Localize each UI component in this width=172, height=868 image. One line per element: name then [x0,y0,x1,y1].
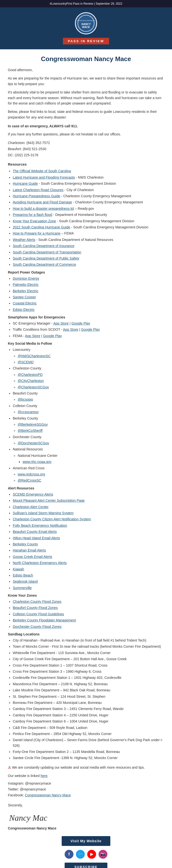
social-nwscharlestonsc[interactable]: @NWSCharlestonSC [18,354,51,358]
resource-link-road-closures[interactable]: Latest Charleston Road Closures [13,188,63,192]
resource-link-sc-insurance[interactable]: South Carolina Department of Insurance [13,244,75,248]
list-item: Colleton County @ccsocareso [13,403,164,415]
zone-dorchester[interactable]: Dorchester County Flood Zones [13,625,61,628]
redcross-link[interactable]: www.redcross.org [18,472,45,476]
power-palmetto[interactable]: Palmetto Electric [13,283,38,286]
list-item: @SCEMD [18,360,164,365]
alert-summerville[interactable]: Summerville [13,586,32,590]
resource-link-hurricane-forecasts[interactable]: Latest Hurricane and Flooding Forecasts [13,176,75,179]
app-sc-googleplay[interactable]: Google Play [71,321,90,325]
nhc-link[interactable]: www.nhc.noaa.gov [23,460,52,464]
facebook-icon[interactable]: f [65,850,74,859]
social-charlestonscgov[interactable]: @CharlestonSCGov [18,385,49,389]
alert-charleston[interactable]: Charleston Alert Center [13,505,49,509]
signature-section: Sincerely, Nancy Mace Congresswoman Nanc… [8,803,164,830]
list-item: SCEMD Emergency Alerts [13,492,164,497]
zone-berkeley[interactable]: Berkeley County Floodplain Management [13,618,76,622]
alert-north-charleston[interactable]: North Charleston Emergency Alerts [13,561,66,565]
list-item: @CityCharleston [18,378,164,383]
nancy-logo: CONGRESSWOMAN NANCY MACE PASS IN REVIEW [5,12,167,44]
zone-colleton[interactable]: Colleton County Flood Guidelines [13,612,64,616]
visit-website-button[interactable]: Visit My Website [62,836,110,846]
redcross-sc[interactable]: @RedCrossSC [18,478,41,482]
svg-text:CONGRESSWOMAN: CONGRESSWOMAN [78,20,94,21]
alert-scemd[interactable]: SCEMD Emergency Alerts [13,492,53,496]
resource-link-sc-transportation[interactable]: South Carolina Department of Transportat… [13,250,81,254]
intro-para3: Below, please find links to local, state… [8,109,164,120]
social-scemd[interactable]: @SCEMD [18,360,34,364]
twitter-icon[interactable]: 🐦 [76,850,85,859]
social-dorchesterscgov[interactable]: @DorchesterSCGov [18,441,49,445]
resource-link-fema-prepare[interactable]: How to Prepare for a Hurricane [13,231,60,235]
zone-charleston[interactable]: Charleston County Flood Zones [13,599,61,603]
list-item: Charleston County Citizen Alert Notifica… [13,517,164,522]
social-ccsocareso[interactable]: @ccsocareso [18,410,38,414]
social-charlestonpd[interactable]: @CharlestonPD [18,373,42,377]
social-berkcosheriff[interactable]: @BerkCoSheriff [18,429,42,433]
resource-link-flash-flood[interactable]: Preparing for a flash flood [13,213,52,217]
resource-link-hurricane-prep[interactable]: Hurricane Preparedness Guide [13,194,60,198]
app-fema-appstore[interactable]: App Store [25,334,40,338]
list-item: www.redcross.org [18,471,164,477]
closing-section: ⚠ We are constantly updating our website… [8,765,164,798]
alert-folly-beach[interactable]: Folly Beach Emergency Notification [13,524,67,527]
social-lowcountry: @NWSCharlestonSC @SCEMD [18,353,164,365]
list-item: Sullivan's Island Storm Warning System [13,510,164,516]
alert-hilton-head[interactable]: Hilton Head Island Email Alerts [13,536,60,540]
list-item: Know Your Evacuation Zone - South Caroli… [13,218,164,224]
app-scdot-appstore[interactable]: App Store [63,328,78,332]
list-item: Daniel Island (City of Charleston) – Sev… [13,737,164,748]
alert-mount-pleasant[interactable]: Mount Pleasant Alert Center Subscription… [13,498,85,502]
alert-sullivans[interactable]: Sullivan's Island Storm Warning System [13,511,74,515]
social-bcsopio[interactable]: @bcsopio [18,398,33,401]
alert-beaufort-county[interactable]: Beaufort County Email Alerts [13,530,57,534]
sandbag-list: City of Hanahan - Railroad Ave. in Hanah… [13,638,164,761]
alert-seabrook[interactable]: Seabrook Island [13,580,37,583]
alert-charleston-county[interactable]: Charleston County Citizen Alert Notifica… [13,517,91,521]
list-item: Mount Pleasant Alert Center Subscription… [13,498,164,503]
resource-link-official-sc[interactable]: The Official Website of South Carolina [13,169,71,173]
header-banner: CONGRESSWOMAN NANCY MACE PASS IN REVIEW [0,7,172,49]
alert-kiawah[interactable]: Kiawah [13,567,24,571]
alert-berkeley-county[interactable]: Berkeley County [13,542,38,546]
power-edisto[interactable]: Edisto Electric [13,308,35,312]
social-charleston-county: @CharlestonPD @CityCharleston @Charlesto… [18,372,164,390]
power-coastal[interactable]: Coastal Electric [13,301,37,305]
resource-link-sc-hurricane-guide[interactable]: 2022 South Carolina Hurricane Guide [13,225,70,229]
power-santee[interactable]: Santee Cooper [13,295,36,299]
contact-info: Charleston: (843) 352-7572 Beaufort: (84… [8,140,164,158]
list-item: @DorchesterSCGov [18,440,164,446]
website-here-link[interactable]: here [40,774,48,778]
alert-hanahan[interactable]: Hanahan Email Alerts [13,548,46,552]
app-scdot-googleplay[interactable]: Google Play [81,328,100,332]
resource-link-weather-alerts[interactable]: Weather Alerts [13,238,35,242]
list-item: Santee Cooper [13,294,164,300]
resource-link-hurricane-guide[interactable]: Hurricane Guide [13,182,38,185]
list-item: Palmetto Electric [13,282,164,287]
list-item: Cainboy Fire Department Station 3 – 2451… [13,706,164,711]
subscribe-button[interactable]: SUBSCRIBE [65,863,108,868]
power-dominion[interactable]: Dominion Energy [13,277,39,280]
page-title: Congresswoman Nancy Mace [8,55,164,63]
resource-link-sc-commerce[interactable]: South Carolina Department of Commerce [13,262,76,267]
youtube-icon[interactable]: ▶ [87,850,96,859]
app-fema-googleplay[interactable]: Google Play [43,334,62,338]
social-citycharleston[interactable]: @CityCharleston [18,379,44,383]
facebook-link[interactable]: Congresswoman Nancy Mace [25,793,71,797]
social-berkeleysgov[interactable]: @BerkeleyeSGGov [18,423,48,426]
alert-edisto-beach[interactable]: Edisto Beach [13,574,33,577]
zone-beaufort[interactable]: Beaufort County Flood Zones [13,606,58,610]
instagram-icon[interactable]: 📷 [98,850,107,859]
resource-link-avoiding-flood[interactable]: Avoiding Hurricane and Flood Damage [13,200,72,204]
resource-link-sc-public-safety[interactable]: South Carolina Department of Public Safe… [13,256,79,260]
power-berkeley[interactable]: Berkeley Electric [13,289,38,293]
list-item: Cordesville Fire Department Station 1 – … [13,675,164,680]
social-beaufort-county: @bcsopio [18,397,164,402]
resource-link-disaster-kit[interactable]: How to build a disaster preparedness kit [13,207,74,211]
app-sc-appstore[interactable]: App Store [53,321,68,325]
list-item: Beaufort County Flood Zones [13,605,164,611]
top-bar-text: #LowcountryFirst Pass in Review | Septem… [50,2,122,5]
alert-goose-creek[interactable]: Goose Creek Email Alerts [13,555,52,559]
resource-link-evacuation-zone[interactable]: Know Your Evacuation Zone [13,219,56,223]
social-colleton-county: @ccsocareso [18,409,164,414]
